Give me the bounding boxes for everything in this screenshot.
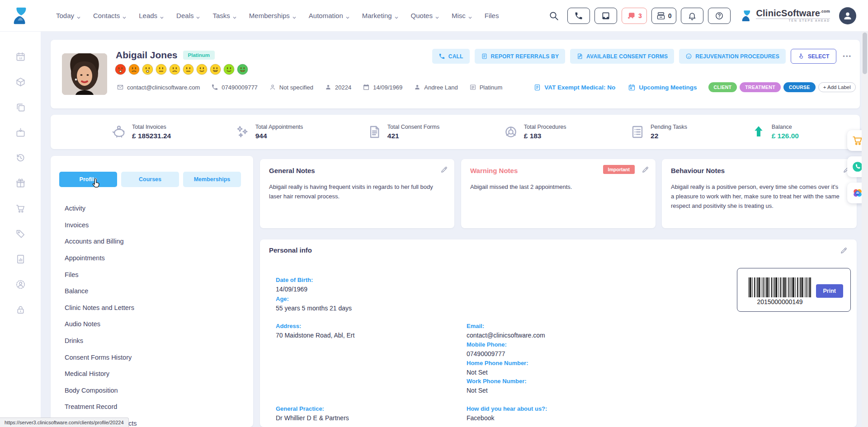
action-button-icon [481, 53, 488, 60]
menu-item[interactable]: Medical History [65, 366, 137, 382]
topbar-button[interactable] [594, 8, 617, 24]
field-address: Address:70 Maidstone Road, Abl, Ert [276, 323, 354, 339]
chevron-down-icon [345, 14, 350, 18]
label-pill[interactable]: TREATMENT [740, 82, 781, 92]
client-actions: CALL REPORT REFERRALS BY AVAILABLE CONSE… [432, 49, 852, 64]
add-label-button[interactable]: + Add Label [818, 82, 856, 92]
field-home-phone: Home Phone Number:Not Set [467, 360, 528, 376]
topbar-button[interactable] [708, 8, 731, 24]
stat-item: Total Appointments 944 [235, 124, 303, 140]
menu-item[interactable]: Invoices [65, 217, 137, 234]
menu-item[interactable]: Files [65, 266, 137, 283]
sidebar-icon[interactable] [15, 77, 26, 87]
stat-value: £ 185231.24 [132, 132, 171, 140]
sidebar-icon[interactable] [15, 127, 26, 138]
contact-item: contact@clinicsoftware.com [117, 84, 200, 91]
mood-emoji[interactable] [223, 63, 235, 77]
topbar-button[interactable]: 3 [622, 8, 647, 24]
mood-emoji[interactable] [142, 63, 154, 77]
nav-item[interactable]: Tasks [212, 12, 236, 19]
print-button[interactable]: Print [816, 284, 843, 298]
mood-emoji[interactable] [209, 63, 222, 77]
label-pill[interactable]: CLIENT [708, 82, 737, 92]
nav-item[interactable]: Files [485, 12, 499, 19]
nav-item[interactable]: Deals [176, 12, 200, 19]
sidebar-icon[interactable] [15, 153, 26, 163]
sidebar-icon[interactable] [15, 229, 26, 239]
barcode-number: 2015000000149 [744, 298, 816, 305]
tab[interactable]: Courses [121, 172, 179, 187]
nav-item[interactable]: Quotes [411, 12, 439, 19]
menu-item[interactable]: Clinic Notes and Letters [65, 300, 137, 316]
contact-item: Andree Land [414, 84, 458, 91]
contact-info-row: contact@clinicsoftware.com 07490009777 N… [117, 82, 851, 92]
client-link[interactable]: Upcoming Meetings [628, 84, 697, 91]
more-options-button[interactable]: ••• [843, 53, 852, 60]
user-avatar[interactable] [839, 7, 856, 24]
sidebar-icon[interactable] [15, 254, 26, 264]
menu-item[interactable]: Consent Forms History [65, 349, 137, 366]
personal-info-title: Personal info [269, 246, 312, 254]
tab[interactable]: Profile [59, 172, 117, 187]
sidebar-icon[interactable]: 12 [15, 52, 26, 62]
client-link[interactable]: VAT Exempt Medical: No [533, 84, 615, 91]
sidebar-icon[interactable] [15, 178, 26, 188]
sidebar-icon[interactable] [15, 279, 26, 290]
brand-logo: ClinicSoftware.com TEN STEPS AHEAD [740, 8, 830, 24]
general-notes-card: General Notes Abigail really is having f… [260, 159, 454, 228]
contact-item: Not specified [269, 84, 313, 91]
mood-emoji[interactable] [169, 63, 181, 77]
mood-emoji[interactable] [155, 63, 167, 77]
topbar-button[interactable]: 0 [651, 8, 677, 24]
stat-value: £ 183 [524, 132, 566, 140]
sidebar-icon[interactable] [15, 305, 26, 315]
nav-item[interactable]: Leads [139, 12, 164, 19]
nav-item[interactable]: Automation [309, 12, 350, 19]
field-date-of-birth: Date of Birth:14/09/1969 [276, 277, 313, 293]
mood-emoji[interactable] [114, 63, 127, 77]
tab[interactable]: Memberships [183, 172, 241, 187]
chevron-down-icon [435, 14, 439, 18]
edit-pencil-icon[interactable] [840, 247, 848, 254]
contact-item-icon [325, 84, 332, 91]
nav-item[interactable]: Contacts [93, 12, 127, 19]
select-button[interactable]: SELECT [791, 49, 836, 64]
scrollbar-thumb[interactable] [863, 33, 867, 74]
action-button[interactable]: REPORT REFERRALS BY [475, 49, 565, 64]
edit-pencil-icon[interactable] [642, 166, 649, 174]
mood-emoji[interactable] [182, 63, 194, 77]
nav-item[interactable]: Memberships [249, 12, 297, 19]
search-icon[interactable] [548, 10, 559, 21]
menu-item[interactable]: Activity [65, 200, 137, 217]
sidebar-icon[interactable] [15, 203, 26, 214]
menu-item[interactable]: Treatment Record [65, 399, 137, 415]
edit-pencil-icon[interactable] [440, 166, 448, 174]
action-button[interactable]: AVAILABLE CONSENT FORMS [570, 49, 674, 64]
topbar-actions: 3 0 ClinicSoftwar [548, 7, 868, 24]
app-logo[interactable] [0, 4, 41, 28]
mood-emoji[interactable] [128, 63, 140, 77]
mood-emoji[interactable] [196, 63, 208, 77]
stat-label: Total Invoices [132, 124, 171, 130]
menu-item[interactable]: Drinks [65, 333, 137, 349]
menu-item[interactable]: Balance [65, 283, 137, 300]
menu-item[interactable]: Accounts and Billing [65, 233, 137, 250]
nav-item[interactable]: Today [56, 12, 81, 19]
menu-item[interactable]: Audio Notes [65, 316, 137, 333]
topbar-button[interactable] [567, 8, 590, 24]
client-photo[interactable] [62, 53, 107, 95]
action-button[interactable]: CALL [432, 49, 470, 64]
topbar-button-icon [627, 11, 636, 20]
action-button[interactable]: REJUVENATION PROCEDURES [679, 49, 786, 64]
menu-item[interactable]: Appointments [65, 250, 137, 267]
topbar-button[interactable] [681, 8, 703, 24]
sidebar-icon[interactable] [15, 102, 26, 113]
nav-item[interactable]: Marketing [362, 12, 399, 19]
vertical-scrollbar[interactable] [862, 32, 868, 427]
stat-label: Total Appointments [255, 124, 303, 130]
label-pill[interactable]: COURSE [783, 82, 816, 92]
menu-item[interactable]: Body Composition [65, 382, 137, 399]
mood-emoji[interactable] [236, 63, 249, 77]
nav-item[interactable]: Misc [452, 12, 472, 19]
mood-rating-row[interactable] [114, 63, 249, 77]
